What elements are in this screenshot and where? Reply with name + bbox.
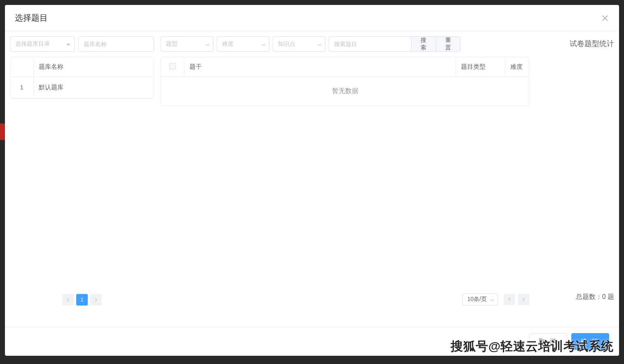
modal-title: 选择题目	[15, 12, 48, 23]
check-all-cell	[161, 57, 184, 77]
center-pagination: 10条/页	[161, 285, 529, 322]
chevron-left-icon	[66, 298, 70, 302]
page-size-label: 10条/页	[467, 296, 487, 303]
knowledge-placeholder: 知识点	[278, 40, 295, 48]
bank-search-group	[78, 36, 154, 52]
modal-body: 选择题库目录 题库名称 1	[5, 31, 619, 327]
question-table: 题干 题目类型 难度 暂无数据	[161, 57, 529, 106]
catalog-placeholder: 选择题库目录	[15, 40, 50, 48]
select-question-modal: 选择题目 选择题库目录	[5, 5, 619, 356]
filter-controls: 题型 难度 知识点	[161, 36, 529, 52]
total-count: 总题数：0 题	[536, 293, 614, 322]
question-search-input[interactable]	[329, 37, 411, 51]
search-button[interactable]: 搜索	[411, 37, 436, 51]
prev-page-button[interactable]	[62, 294, 74, 306]
center-next-button[interactable]	[518, 294, 529, 305]
th-difficulty: 难度	[505, 57, 529, 77]
close-button[interactable]	[601, 14, 609, 22]
chevron-down-icon	[262, 41, 266, 47]
total-label: 总题数：	[576, 293, 602, 300]
chevron-right-icon	[94, 298, 98, 302]
th-stem: 题干	[184, 57, 456, 77]
question-search-group: 搜索 重置	[329, 36, 460, 52]
total-value: 0 题	[602, 293, 614, 300]
chevron-left-icon	[508, 297, 511, 301]
type-placeholder: 题型	[166, 40, 178, 48]
modal-footer: 取 消 确 认	[5, 327, 619, 356]
modal-header: 选择题目	[5, 5, 619, 31]
page-size-select[interactable]: 10条/页	[462, 293, 498, 306]
reset-button[interactable]: 重置	[436, 37, 460, 51]
type-select[interactable]: 题型	[161, 36, 213, 52]
center-prev-button[interactable]	[504, 294, 515, 305]
next-page-button[interactable]	[90, 294, 102, 306]
empty-state: 暂无数据	[161, 77, 529, 105]
stats-title: 试卷题型统计	[536, 36, 614, 51]
confirm-button[interactable]: 确 认	[571, 333, 609, 350]
chevron-down-icon	[318, 41, 322, 47]
difficulty-placeholder: 难度	[222, 40, 234, 48]
th-type: 题目类型	[456, 57, 505, 77]
bank-name-input[interactable]	[79, 37, 154, 51]
bank-th-name: 题库名称	[33, 57, 154, 77]
caret-down-icon	[66, 41, 70, 47]
cancel-button[interactable]: 取 消	[529, 333, 567, 350]
select-all-checkbox[interactable]	[169, 63, 176, 70]
question-table-header: 题干 题目类型 难度	[161, 57, 529, 77]
bank-row-number: 1	[10, 77, 33, 98]
difficulty-select[interactable]: 难度	[217, 36, 269, 52]
catalog-select[interactable]: 选择题库目录	[10, 36, 75, 52]
bank-th-number	[10, 57, 33, 77]
bank-row-name: 默认题库	[33, 77, 154, 98]
page-1-button[interactable]: 1	[76, 294, 88, 306]
right-panel: 试卷题型统计 总题数：0 题	[536, 36, 614, 322]
left-panel: 选择题库目录 题库名称 1	[10, 36, 154, 322]
left-pagination: 1	[10, 286, 154, 322]
left-controls: 选择题库目录	[10, 36, 154, 52]
bank-table-header: 题库名称	[10, 57, 154, 77]
table-row[interactable]: 1 默认题库	[10, 77, 154, 98]
chevron-down-icon	[206, 41, 210, 47]
center-panel: 题型 难度 知识点	[161, 36, 529, 322]
bank-table: 题库名称 1 默认题库	[10, 57, 154, 99]
knowledge-select[interactable]: 知识点	[273, 36, 325, 52]
chevron-right-icon	[522, 297, 525, 301]
chevron-down-icon	[490, 296, 494, 303]
close-icon	[602, 15, 608, 21]
